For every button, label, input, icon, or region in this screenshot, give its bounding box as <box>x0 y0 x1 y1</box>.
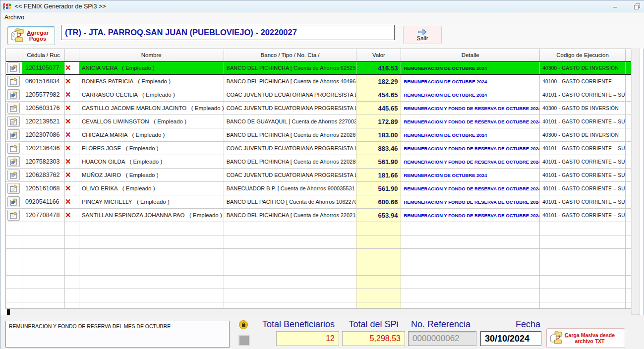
delete-row-button[interactable] <box>65 289 79 302</box>
banco-cell: BANECUADOR B.P. [ Cuenta de Ahorros 9000… <box>224 182 357 195</box>
delete-row-button[interactable] <box>65 276 79 289</box>
table-row[interactable] <box>6 289 631 302</box>
delete-row-button[interactable]: ✕ <box>65 195 79 209</box>
delete-row-button[interactable] <box>65 235 79 249</box>
gray-toggle-button[interactable] <box>238 335 250 346</box>
total-spi-value: 5,298.53 <box>342 331 405 346</box>
header-edit <box>6 49 22 61</box>
delete-row-button[interactable]: ✕ <box>65 115 79 128</box>
detalle-cell: REMUNERACION DE OCTUBRE 2024 <box>401 62 540 74</box>
minimize-button[interactable]: – <box>608 1 623 11</box>
header-banco[interactable]: Banco / Tipo / No. Cta / <box>224 49 357 61</box>
edit-row-button[interactable] <box>6 155 22 169</box>
delete-x-icon: ✕ <box>65 131 71 139</box>
edit-row-button[interactable] <box>6 222 22 235</box>
edit-row-button[interactable] <box>6 62 22 74</box>
table-row[interactable]: 1205577982 ✕ CARRASCO CECILIA ( Empleado… <box>6 88 631 102</box>
header-codigo[interactable]: Codigo de Ejecucion <box>540 49 626 61</box>
carga-masiva-button[interactable]: Carga Masiva desde archivo TXT <box>546 328 625 348</box>
codigo-cell: 40300 - GASTO DE INVERSIÓN <box>540 62 626 74</box>
delete-row-button[interactable]: ✕ <box>65 88 79 102</box>
delete-row-button[interactable] <box>65 249 79 262</box>
table-row[interactable] <box>6 235 631 249</box>
codigo-cell: 40300 - GASTO DE INVERSIÓN <box>540 128 626 142</box>
delete-row-button[interactable]: ✕ <box>65 182 79 195</box>
cedula-cell: 1202136436 <box>22 142 65 155</box>
table-row[interactable] <box>6 262 631 276</box>
edit-row-button[interactable] <box>6 249 22 262</box>
cedula-cell: 1207582303 <box>22 155 65 169</box>
table-row[interactable]: 1202307086 ✕ CHICAIZA MARIA ( Empleado )… <box>6 128 631 142</box>
edit-row-button[interactable] <box>6 142 22 155</box>
salir-button[interactable]: Salir <box>403 26 442 44</box>
comment-textarea[interactable]: REMUNERACION Y FONDO DE RESERVA DEL MES … <box>5 321 230 348</box>
header-nombre[interactable]: Nombre <box>79 49 224 61</box>
row-filler <box>626 62 631 74</box>
edit-row-button[interactable] <box>6 128 22 142</box>
edit-row-button[interactable] <box>6 235 22 249</box>
valor-cell: 172.89 <box>356 115 401 128</box>
delete-row-button[interactable]: ✕ <box>65 102 79 115</box>
edit-row-button[interactable] <box>6 182 22 195</box>
edit-record-icon <box>7 116 20 127</box>
delete-row-button[interactable]: ✕ <box>65 62 79 74</box>
header-valor[interactable]: Valor <box>356 49 401 61</box>
edit-row-button[interactable] <box>6 276 22 289</box>
edit-row-button[interactable] <box>6 102 22 115</box>
table-row[interactable]: 1202136436 ✕ FLORES JOSE ( Empleado ) CO… <box>6 142 631 155</box>
edit-row-button[interactable] <box>6 169 22 182</box>
agregar-pagos-button[interactable]: Agregar Pagos <box>7 26 55 45</box>
agregar-pagos-label-line1: Agregar <box>27 30 49 36</box>
delete-row-button[interactable] <box>65 222 79 235</box>
table-row[interactable]: 1207582303 ✕ HUACON GILDA ( Empleado ) B… <box>6 155 631 169</box>
valor-cell: 445.65 <box>356 102 401 115</box>
banco-cell: BANCO DEL PICHINCHA [ Cuenta de Ahorros … <box>224 209 357 222</box>
nombre-cell: BONIFAS PATRICIA ( Empleado ) <box>79 75 224 88</box>
table-row[interactable]: 1207708478 ✕ SANTILLAN ESPINOZA JOHANNA … <box>6 209 631 222</box>
vertical-scrollbar[interactable] <box>631 49 640 315</box>
table-row[interactable]: 1206283762 ✕ MUÑOZ JAIRO ( Empleado ) CO… <box>6 169 631 182</box>
edit-row-button[interactable] <box>6 88 22 102</box>
table-row[interactable]: 1202139521 ✕ CEVALLOS LIWINSGTON ( Emple… <box>6 115 631 128</box>
table-row[interactable] <box>6 222 631 235</box>
cedula-cell: 1202139521 <box>22 115 65 128</box>
table-row[interactable]: 0601516834 ✕ BONIFAS PATRICIA ( Empleado… <box>6 75 631 88</box>
header-cedula[interactable]: Cédula / Ruc <box>22 49 65 61</box>
cedula-cell: 0920541166 <box>22 195 65 209</box>
horizontal-scroll-thumb[interactable] <box>7 309 10 315</box>
fecha-field[interactable]: 30/10/2024 <box>480 331 541 346</box>
delete-row-button[interactable]: ✕ <box>65 75 79 88</box>
delete-row-button[interactable] <box>65 262 79 276</box>
nombre-cell <box>79 222 224 235</box>
detalle-cell: REMUNERACION Y FONDO DE RESERVA DE OCTUB… <box>401 195 540 209</box>
codigo-cell <box>540 235 626 249</box>
table-row[interactable]: 0920541166 ✕ PINCAY MICHELLY ( Empleado … <box>6 195 631 209</box>
table-row[interactable] <box>6 249 631 262</box>
valor-cell: 416.53 <box>356 62 401 74</box>
banco-cell <box>224 262 357 276</box>
edit-row-button[interactable] <box>6 75 22 88</box>
edit-row-button[interactable] <box>6 115 22 128</box>
delete-row-button[interactable]: ✕ <box>65 169 79 182</box>
restore-button[interactable] <box>630 1 644 11</box>
delete-x-icon: ✕ <box>65 91 71 99</box>
delete-row-button[interactable]: ✕ <box>65 142 79 155</box>
delete-row-button[interactable]: ✕ <box>65 128 79 142</box>
banco-cell <box>224 289 357 302</box>
table-row[interactable]: 1205603176 ✕ CASTILLO JACOME MARLON JACI… <box>6 102 631 115</box>
table-row[interactable]: 1201105077 ✕ ANICIA VERA ( Empleado ) BA… <box>6 61 631 75</box>
app-window: << FENIX Generador de SPi3 >> – Archivo <box>0 0 644 349</box>
delete-row-button[interactable]: ✕ <box>65 155 79 169</box>
table-row[interactable] <box>6 276 631 289</box>
header-detalle[interactable]: Detalle <box>401 49 540 61</box>
edit-row-button[interactable] <box>6 262 22 276</box>
detalle-cell: REMUNERACION Y FONDO DE RESERVA DE OCTUB… <box>401 142 540 155</box>
delete-row-button[interactable]: ✕ <box>65 209 79 222</box>
edit-row-button[interactable] <box>6 209 22 222</box>
edit-row-button[interactable] <box>6 289 22 302</box>
horizontal-scrollbar[interactable] <box>5 308 631 315</box>
edit-row-button[interactable] <box>6 195 22 209</box>
table-row[interactable]: 1205161068 ✕ OLIVO ERIKA ( Empleado ) BA… <box>6 182 631 195</box>
spi-title-field[interactable]: (TR) - JTA. PARROQ.SAN JUAN (PUEBLOVIEJO… <box>61 25 395 40</box>
menu-archivo[interactable]: Archivo <box>0 12 28 23</box>
